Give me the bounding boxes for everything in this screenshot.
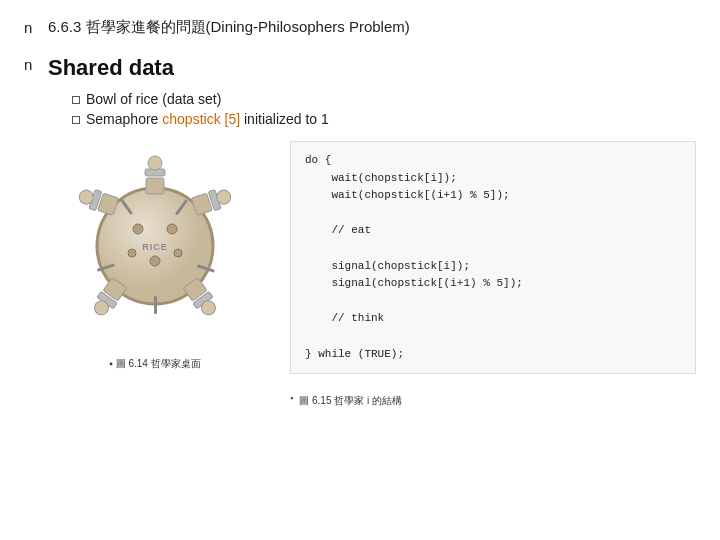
sub-text-1: Bowl of rice (data set) — [86, 91, 221, 107]
left-caption-icon: ▪ — [109, 358, 113, 369]
sub-text-2: Semaphore chopstick [5] initialized to 1 — [86, 111, 329, 127]
bullet-square-1 — [72, 96, 80, 104]
bullet-square-2 — [72, 116, 80, 124]
svg-point-6 — [174, 249, 182, 257]
page: n 6.6.3 哲學家進餐的問題(Dining-Philosophers Pro… — [0, 0, 720, 540]
top-bullet: n — [24, 18, 40, 36]
svg-rect-24 — [154, 296, 157, 314]
left-diagram: RICE — [40, 141, 270, 408]
svg-point-4 — [150, 256, 160, 266]
shared-section: n Shared data — [24, 55, 696, 81]
shared-bullet: n — [24, 55, 40, 73]
svg-point-9 — [148, 156, 162, 170]
top-heading: n 6.6.3 哲學家進餐的問題(Dining-Philosophers Pro… — [24, 18, 696, 37]
sub-bullet-2: Semaphore chopstick [5] initialized to 1 — [72, 111, 696, 127]
right-figure-caption: 圖 6.15 哲學家 i 的結構 — [299, 394, 402, 408]
diagram-container: RICE — [50, 141, 260, 351]
philosophers-svg: RICE — [50, 141, 260, 351]
main-content: RICE — [40, 141, 696, 408]
shared-title: Shared data — [48, 55, 174, 81]
chopstick-highlight: chopstick [5] — [162, 111, 240, 127]
right-code: do { wait(chopstick[i]); wait(chopstick[… — [290, 141, 696, 408]
left-figure-caption: ▪ 圖 6.14 哲學家桌面 — [109, 357, 200, 371]
right-caption-area: ▪ 圖 6.15 哲學家 i 的結構 — [290, 388, 696, 408]
svg-point-5 — [128, 249, 136, 257]
sub-bullets: Bowl of rice (data set) Semaphore chopst… — [72, 91, 696, 127]
svg-text:RICE: RICE — [142, 242, 168, 252]
svg-point-2 — [133, 224, 143, 234]
sub-bullet-1: Bowl of rice (data set) — [72, 91, 696, 107]
code-block: do { wait(chopstick[i]); wait(chopstick[… — [290, 141, 696, 374]
svg-point-3 — [167, 224, 177, 234]
right-caption-icon: ▪ — [290, 393, 293, 403]
svg-rect-8 — [146, 178, 164, 194]
heading-title: 6.6.3 哲學家進餐的問題(Dining-Philosophers Probl… — [48, 18, 410, 37]
